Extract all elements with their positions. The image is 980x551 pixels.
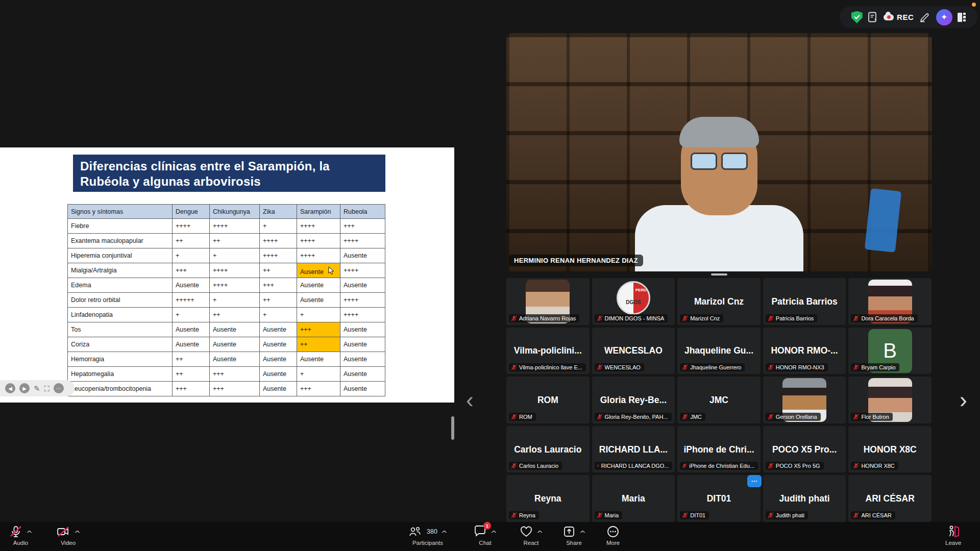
spotlight-icon[interactable]: ⛶ [44, 385, 50, 392]
share-button[interactable]: Share [562, 524, 585, 546]
value-cell: ++++ [340, 308, 385, 322]
captions-notes-icon[interactable] [868, 12, 878, 23]
participant-tile[interactable]: ARI CÉSARARI CÉSAR [848, 475, 932, 522]
table-header-cell: Signos y síntomas [68, 205, 173, 219]
participant-tile[interactable]: Flor Butron [848, 377, 932, 423]
react-chevron[interactable] [537, 530, 543, 534]
value-cell: ++++ [210, 278, 260, 293]
value-cell: + [210, 248, 260, 263]
recording-indicator[interactable]: REC [884, 13, 914, 21]
value-cell: +++ [173, 263, 210, 278]
chat-button[interactable]: 1 Chat [474, 524, 497, 546]
ai-companion-icon[interactable]: ✦ [936, 9, 952, 26]
participant-tile[interactable]: Gloria Rey-Be...Gloria Rey-Benito, PAH..… [592, 377, 675, 423]
mic-off-icon [597, 512, 603, 518]
symptom-label-cell: Hiperemia conjuntival [68, 248, 173, 263]
mic-off-icon [768, 315, 774, 321]
gallery-previous-arrow[interactable]: ‹ [466, 389, 474, 411]
participant-tile[interactable]: Patricia BarriosPatricia Barrios [763, 278, 846, 325]
table-row: Linfadenopatia+++++++++ [68, 308, 385, 322]
mic-off-icon [853, 315, 859, 321]
participant-name-label: JMC [680, 413, 705, 421]
participant-tile[interactable]: HONOR X8CHONOR X8C [848, 426, 932, 473]
participant-tile[interactable]: Jhaqueline Gu...Jhaqueline Guerrero [677, 328, 761, 374]
participant-tile[interactable]: iPhone de Chri...iPhone de Christian Edu… [677, 426, 761, 473]
value-cell: Ausente [340, 352, 385, 367]
value-cell: ++++ [340, 234, 385, 248]
draw-pencil-icon[interactable]: ✎ [34, 385, 40, 392]
participant-name-label: DIT01 [680, 511, 709, 519]
participant-tile[interactable]: Marizol CnzMarizol Cnz [677, 278, 761, 325]
value-cell: ++++ [297, 248, 340, 263]
video-options-chevron[interactable] [75, 530, 80, 534]
value-cell: Ausente [210, 352, 260, 367]
gallery-more-button[interactable]: ⋯ [747, 475, 762, 487]
next-slide-button[interactable]: ▶ [19, 383, 30, 393]
view-layout-icon[interactable] [958, 13, 966, 22]
slide-scrollbar-thumb[interactable] [451, 416, 454, 440]
participant-tile[interactable]: MariaMaria [592, 475, 675, 522]
participant-tile[interactable]: BBryam Carpio [848, 328, 932, 374]
participant-tile[interactable]: Vilma-policlini...Vilma-policlinico llav… [506, 328, 590, 374]
table-row: Leucopenia/trombocitopenia++++++Ausente+… [68, 382, 385, 396]
chat-chevron[interactable] [491, 530, 497, 534]
gallery-drag-handle[interactable] [711, 273, 727, 276]
participant-tile[interactable]: ReynaReyna [506, 475, 590, 522]
value-cell: Ausente [260, 322, 297, 337]
participant-tile[interactable]: PERÚDGOSDIMON DGOS - MINSA [592, 278, 675, 325]
table-header-cell: Rubeola [340, 205, 385, 219]
participants-chevron[interactable] [442, 530, 447, 534]
audio-button[interactable]: Audio [9, 524, 32, 546]
participant-display-name: RICHARD LLA... [594, 444, 673, 455]
participant-tile[interactable]: RICHARD LLA...RICHARD LLANCA DGO... [592, 426, 675, 473]
more-button[interactable]: More [606, 524, 620, 546]
leave-label: Leave [945, 540, 961, 546]
participant-display-name: iPhone de Chri... [679, 444, 758, 455]
audio-options-chevron[interactable] [27, 530, 32, 534]
leave-button[interactable]: Leave [945, 524, 961, 546]
table-row: Dolor retro orbital++++++++Ausente++++ [68, 293, 385, 308]
annotate-pencil-icon[interactable] [919, 12, 930, 23]
value-cell: ++++ [210, 219, 260, 234]
participants-button[interactable]: 380 Participants [408, 524, 447, 546]
participant-tile[interactable]: Gerson Orellana [763, 377, 846, 423]
react-button[interactable]: React [520, 524, 543, 546]
mic-off-icon [511, 463, 517, 469]
value-cell: +++ [297, 322, 340, 337]
participant-name-label: POCO X5 Pro 5G [766, 462, 824, 470]
value-cell: ++ [260, 293, 297, 308]
active-speaker-video[interactable]: HERMINIO RENAN HERNANDEZ DIAZ [506, 33, 932, 271]
mic-off-icon [768, 364, 774, 370]
gallery-next-arrow[interactable]: › [960, 389, 967, 411]
participant-tile[interactable]: Adriana Navarro Rojas [506, 278, 590, 325]
security-shield-icon[interactable] [851, 11, 863, 23]
slide-title: Diferencias clínicas entre el Sarampión,… [73, 155, 385, 192]
table-header-cell: Zika [260, 205, 297, 219]
table-row: Hemorragia++AusenteAusenteAusenteAusente [68, 352, 385, 367]
table-row: EdemaAusente+++++++AusenteAusente [68, 278, 385, 293]
meeting-window: REC ✦ Diferencias clínicas entre el Sara… [0, 0, 980, 551]
mic-off-icon [597, 414, 603, 420]
more-label: More [606, 540, 620, 546]
participants-label: Participants [412, 540, 443, 546]
chat-label: Chat [479, 540, 491, 546]
participant-tile[interactable]: POCO X5 Pro...POCO X5 Pro 5G [763, 426, 846, 473]
mic-off-icon [597, 463, 599, 469]
mic-off-icon [511, 364, 517, 370]
participant-tile[interactable]: Carlos LauracioCarlos Lauracio [506, 426, 590, 473]
share-chevron[interactable] [580, 530, 585, 534]
participant-tile[interactable]: Dora Caracela Borda [848, 278, 932, 325]
participant-tile[interactable]: HONOR RMO-...HONOR RMO-NX3 [763, 328, 846, 374]
value-cell: Ausente [210, 322, 260, 337]
symptom-label-cell: Mialgia/Artralgia [68, 263, 173, 278]
value-cell: ++ [297, 337, 340, 352]
participant-tile[interactable]: Judith phatiJudith phati [763, 475, 846, 522]
participant-tile[interactable]: JMCJMC [677, 377, 761, 423]
previous-slide-button[interactable]: ◀ [5, 383, 15, 393]
participants-icon [408, 525, 422, 538]
participant-tile[interactable]: ROMROM [506, 377, 590, 423]
video-button[interactable]: Video [56, 524, 80, 546]
participant-tile[interactable]: WENCESLAOWENCESLAO [592, 328, 675, 374]
share-screen-icon [562, 525, 576, 538]
more-tools-button[interactable]: ⋯ [54, 383, 64, 393]
